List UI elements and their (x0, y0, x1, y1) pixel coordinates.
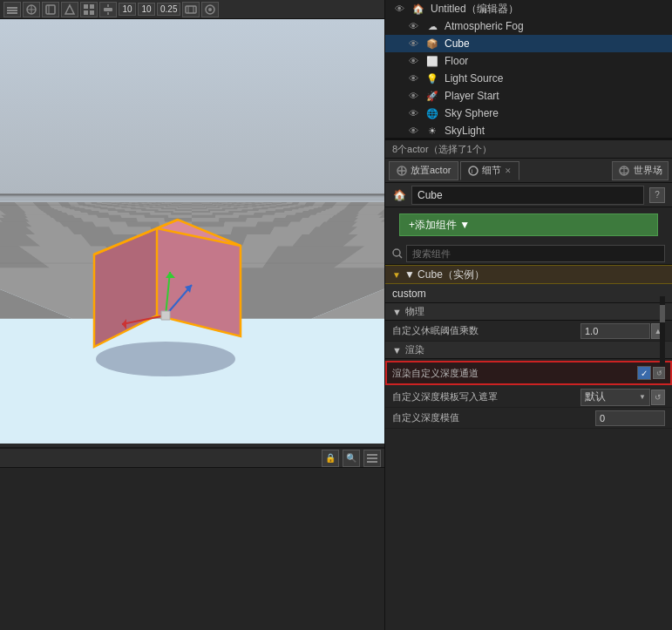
toolbar-btn-7[interactable] (182, 2, 200, 17)
tab-place-actor[interactable]: 放置actor (389, 161, 458, 180)
toolbar-btn-8[interactable] (201, 2, 219, 17)
world-settings-btn[interactable]: 世界场 (612, 161, 669, 180)
outliner-list: 👁 🏠 Untitled（编辑器） 👁 ☁ Atmospheric Fog 👁 … (385, 0, 672, 139)
tab-details-close[interactable]: ✕ (505, 166, 512, 175)
outliner-item[interactable]: 👁 📦 Cube (385, 35, 672, 52)
toolbar-number-3[interactable]: 0.25 (157, 3, 180, 16)
eye-icon[interactable]: 👁 (406, 124, 420, 138)
toolbar-btn-6[interactable] (99, 2, 117, 17)
depth-stencil-dropdown[interactable]: 默认 ▼ (580, 389, 650, 406)
lock-btn[interactable]: 🔒 (322, 450, 339, 467)
physics-section-header[interactable]: ▼ 物理 (385, 303, 672, 321)
physics-arrow-icon: ▼ (392, 307, 402, 317)
cube-arrow-icon: ▼ (392, 270, 401, 280)
outliner-item-name: Atmospheric Fog (445, 20, 524, 32)
toolbar-number-1[interactable]: 10 (119, 3, 136, 16)
item-type-icon: 💡 (425, 71, 439, 85)
toolbar-btn-1[interactable] (3, 2, 21, 17)
item-type-icon: ⬜ (425, 54, 439, 68)
toolbar-btn-2[interactable] (23, 2, 40, 17)
svg-rect-9 (84, 4, 88, 9)
render-arrow-icon: ▼ (392, 345, 402, 356)
tab-details[interactable]: i 细节 ✕ (460, 161, 519, 180)
search-icon (392, 248, 403, 259)
depth-stencil-row: 自定义深度模板写入遮罩 默认 ▼ ↺ (385, 387, 672, 408)
search-components-input[interactable] (406, 245, 665, 262)
dropdown-arrow-icon: ▼ (639, 393, 646, 401)
3d-canvas[interactable] (0, 19, 384, 444)
item-type-icon: ☁ (425, 19, 439, 33)
render-depth-checkbox[interactable]: ✓ (637, 366, 651, 380)
search-btn[interactable]: 🔍 (343, 450, 360, 467)
item-type-icon: ☀ (425, 124, 439, 138)
actor-count: 8个actor（选择了1个） (385, 139, 672, 159)
help-button[interactable]: ? (649, 187, 665, 203)
outliner-item-name: Player Start (445, 90, 499, 102)
eye-icon[interactable]: 👁 (406, 54, 420, 68)
scene-outliner: 👁 🏠 Untitled（编辑器） 👁 ☁ Atmospheric Fog 👁 … (385, 0, 672, 139)
physics-section-label: 物理 (405, 305, 424, 318)
outliner-item[interactable]: 👁 ☁ Atmospheric Fog (385, 17, 672, 35)
tabs-row: 放置actor i 细节 ✕ 世界场 (385, 159, 672, 183)
custom-section-header[interactable]: custom (385, 284, 672, 303)
component-icon: 🏠 (392, 188, 406, 202)
add-component-btn[interactable]: +添加组件 ▼ (399, 213, 658, 236)
outliner-item[interactable]: 👁 ☀ SkyLight (385, 122, 672, 139)
list-btn[interactable] (363, 450, 381, 467)
outliner-item[interactable]: 👁 🏠 Untitled（编辑器） (385, 0, 672, 17)
outliner-item-name: Cube (445, 37, 470, 50)
outliner-item[interactable]: 👁 🌐 Sky Sphere (385, 105, 672, 122)
render-section-label: 渲染 (405, 343, 424, 356)
viewport-3d[interactable] (0, 19, 384, 444)
toolbar-btn-4[interactable] (61, 2, 78, 17)
depth-value-row: 自定义深度模值 0 (385, 408, 672, 429)
depth-value-label: 自定义深度模值 (392, 411, 595, 424)
item-type-icon: 🚀 (425, 89, 439, 103)
svg-rect-16 (186, 6, 196, 13)
render-section-header[interactable]: ▼ 渲染 (385, 342, 672, 359)
bottom-content-area (0, 468, 384, 630)
bottom-toolbar: 🔒 🔍 (0, 449, 384, 468)
svg-point-31 (393, 249, 400, 256)
depth-stencil-label: 自定义深度模板写入遮罩 (392, 390, 580, 403)
physics-prop-value-1[interactable]: 1.0 (580, 323, 650, 339)
outliner-item[interactable]: 👁 ⬜ Floor (385, 52, 672, 70)
viewport-panel: 10 10 0.25 🔒 🔍 (0, 0, 384, 630)
custom-section-label: custom (392, 288, 426, 300)
component-name-input[interactable] (411, 186, 644, 205)
render-depth-reset-btn[interactable]: ↺ (653, 367, 665, 379)
toolbar-number-2[interactable]: 10 (138, 3, 155, 16)
outliner-item-name: Light Source (445, 72, 503, 85)
depth-value-input[interactable]: 0 (595, 410, 665, 426)
outliner-item[interactable]: 👁 🚀 Player Start (385, 87, 672, 105)
eye-icon[interactable]: 👁 (406, 19, 420, 33)
bottom-spacer (385, 429, 672, 464)
cube-instance-header[interactable]: ▼ ▼ Cube（实例） (385, 265, 672, 284)
toolbar-btn-3[interactable] (42, 2, 59, 17)
svg-point-20 (208, 8, 212, 11)
item-type-icon: 📦 (425, 37, 439, 51)
toolbar-btn-5[interactable] (80, 2, 98, 17)
app-container: 10 10 0.25 🔒 🔍 (0, 0, 672, 630)
component-row: 🏠 ? (385, 183, 672, 207)
outliner-item-name: Untitled（编辑器） (431, 2, 519, 17)
tab-place-actor-label: 放置actor (411, 164, 451, 177)
eye-icon[interactable]: 👁 (406, 37, 420, 51)
outliner-item-name: Floor (445, 55, 468, 67)
right-panel: 👁 🏠 Untitled（编辑器） 👁 ☁ Atmospheric Fog 👁 … (384, 0, 672, 630)
eye-icon[interactable]: 👁 (406, 106, 420, 120)
eye-icon[interactable]: 👁 (392, 2, 406, 16)
svg-rect-1 (7, 10, 17, 11)
outliner-item[interactable]: 👁 💡 Light Source (385, 70, 672, 87)
actor-count-text: 8个actor（选择了1个） (392, 143, 492, 156)
svg-point-27 (469, 166, 478, 175)
svg-rect-12 (90, 10, 94, 15)
eye-icon[interactable]: 👁 (406, 71, 420, 85)
svg-rect-22 (367, 457, 377, 459)
depth-stencil-reset[interactable]: ↺ (651, 390, 665, 405)
eye-icon[interactable]: 👁 (406, 89, 420, 103)
svg-marker-8 (65, 5, 74, 14)
outliner-item-name: Sky Sphere (445, 107, 499, 119)
svg-rect-0 (7, 7, 17, 9)
tab-details-label: 细节 (482, 164, 501, 177)
